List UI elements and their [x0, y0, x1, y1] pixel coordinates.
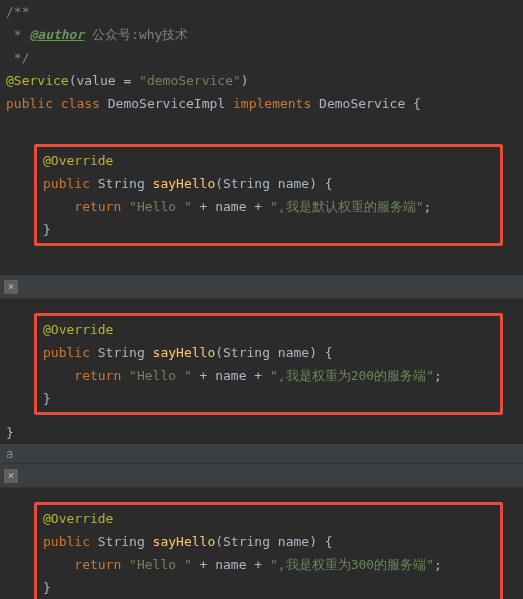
doc-comment-close: */ [6, 50, 29, 65]
editor-pane-3: @Override public String sayHello(String … [0, 488, 523, 599]
return-str2: ",我是权重为300的服务端" [270, 557, 434, 572]
return-str2: ",我是默认权重的服务端" [270, 199, 423, 214]
return-str1: "Hello " [129, 368, 192, 383]
close-icon: × [8, 469, 15, 482]
author-tag: @author [29, 27, 84, 42]
code-area-3[interactable]: @Override public String sayHello(String … [0, 488, 523, 599]
override-annotation: @Override [43, 511, 113, 526]
interface-name: DemoService [319, 96, 405, 111]
author-text: 公众号:why技术 [84, 27, 188, 42]
method-name: sayHello [153, 345, 216, 360]
tab-strip-2: × [0, 464, 523, 488]
highlight-box-2: @Override public String sayHello(String … [34, 313, 503, 415]
class-name: DemoServiceImpl [108, 96, 225, 111]
highlight-box-1: @Override public String sayHello(String … [34, 144, 503, 246]
close-icon: × [8, 280, 15, 293]
anno-attr: value [76, 73, 115, 88]
service-annotation: @Service [6, 73, 69, 88]
class-brace-close: } [6, 425, 14, 440]
highlight-box-3: @Override public String sayHello(String … [34, 502, 503, 599]
tab-strip-1: × [0, 275, 523, 299]
return-str1: "Hello " [129, 557, 192, 572]
kw-implements: implements [233, 96, 311, 111]
override-annotation: @Override [43, 322, 113, 337]
anno-value: "demoService" [139, 73, 241, 88]
doc-comment-mid: * [6, 27, 29, 42]
tab-close-button[interactable]: × [4, 469, 18, 483]
return-str1: "Hello " [129, 199, 192, 214]
method-name: sayHello [153, 176, 216, 191]
method-name: sayHello [153, 534, 216, 549]
kw-public: public [6, 96, 53, 111]
breadcrumb-label[interactable]: a [0, 444, 523, 464]
override-annotation: @Override [43, 153, 113, 168]
editor-pane-1: /** * @author 公众号:why技术 */ @Service(valu… [0, 0, 523, 275]
doc-comment-open: /** [6, 4, 29, 19]
kw-class: class [61, 96, 100, 111]
code-area-1[interactable]: /** * @author 公众号:why技术 */ @Service(valu… [0, 0, 523, 275]
editor-pane-2: @Override public String sayHello(String … [0, 299, 523, 444]
return-str2: ",我是权重为200的服务端" [270, 368, 434, 383]
tab-close-button[interactable]: × [4, 280, 18, 294]
code-area-2[interactable]: @Override public String sayHello(String … [0, 299, 523, 444]
